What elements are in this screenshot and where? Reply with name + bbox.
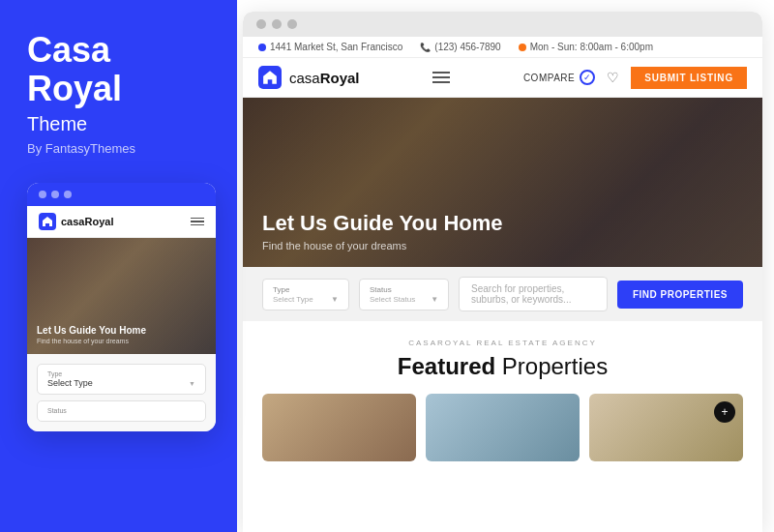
featured-cards: + bbox=[262, 394, 743, 461]
mobile-hamburger-icon[interactable] bbox=[191, 218, 204, 226]
mobile-type-select[interactable]: Type Select Type ▼ bbox=[37, 364, 206, 395]
featured-card-2[interactable] bbox=[426, 394, 580, 461]
featured-card-badge: + bbox=[714, 401, 735, 423]
site-hero: Let Us Guide You Home Find the house of … bbox=[243, 98, 762, 267]
featured-section: CASAROYAL REAL ESTATE AGENCY Featured Pr… bbox=[243, 321, 762, 532]
hero-title: Let Us Guide You Home bbox=[262, 211, 743, 236]
featured-agency-label: CASAROYAL REAL ESTATE AGENCY bbox=[262, 339, 743, 347]
compare-check-icon: ✓ bbox=[580, 70, 595, 85]
type-select[interactable]: Type Select Type ▼ bbox=[262, 279, 349, 310]
mobile-hero-sub: Find the house of your dreams bbox=[37, 338, 206, 344]
search-bar: Type Select Type ▼ Status Select Status … bbox=[243, 267, 762, 321]
left-panel: Casa Royal Theme By FantasyThemes casaRo… bbox=[0, 0, 237, 532]
mobile-type-label: Type bbox=[47, 370, 195, 377]
nav-compare[interactable]: COMPARE ✓ bbox=[523, 70, 595, 85]
status-select-label: Status bbox=[370, 285, 438, 294]
mobile-type-value: Select Type ▼ bbox=[47, 378, 195, 388]
site-topbar: 1441 Market St, San Francisco 📞 (123) 45… bbox=[243, 37, 762, 58]
phone-icon: 📞 bbox=[420, 43, 431, 52]
status-select-value: Select Status ▼ bbox=[370, 295, 438, 304]
search-input-placeholder: Search for properties, suburbs, or keywo… bbox=[471, 283, 595, 305]
mobile-logo-text: casaRoyal bbox=[61, 216, 113, 227]
submit-listing-button[interactable]: SUBMIT LISTING bbox=[631, 67, 747, 89]
clock-icon bbox=[519, 44, 526, 51]
site-navbar: casaRoyal COMPARE ✓ ♡ SUBMIT LISTING bbox=[243, 58, 762, 98]
nav-logo: casaRoyal bbox=[258, 66, 360, 89]
topbar-hours: Mon - Sun: 8:00am - 6:00pm bbox=[519, 42, 653, 52]
type-select-value: Select Type ▼ bbox=[273, 295, 339, 304]
featured-card-3[interactable]: + bbox=[589, 394, 743, 461]
mobile-hero: Let Us Guide You Home Find the house of … bbox=[27, 238, 216, 354]
nav-logo-icon bbox=[258, 66, 282, 89]
mobile-status-label: Status bbox=[47, 407, 195, 414]
right-panel: 1441 Market St, San Francisco 📞 (123) 45… bbox=[237, 0, 774, 532]
browser-titlebar bbox=[243, 12, 762, 37]
browser-content: 1441 Market St, San Francisco 📞 (123) 45… bbox=[243, 37, 762, 532]
favorites-heart-icon[interactable]: ♡ bbox=[607, 70, 619, 85]
find-properties-button[interactable]: FIND PROPERTIES bbox=[617, 281, 743, 309]
mobile-search-area: Type Select Type ▼ Status bbox=[27, 354, 216, 431]
hero-subtitle: Find the house of your dreams bbox=[262, 240, 743, 251]
brand-by: By FantasyThemes bbox=[27, 141, 210, 156]
nav-hamburger-icon[interactable] bbox=[429, 72, 454, 83]
mobile-dot-2 bbox=[51, 191, 59, 198]
mobile-logo-icon bbox=[39, 213, 56, 230]
browser-dot-1 bbox=[256, 19, 266, 29]
desktop-mockup: 1441 Market St, San Francisco 📞 (123) 45… bbox=[243, 12, 762, 532]
mobile-dot-3 bbox=[64, 191, 72, 198]
mobile-hero-title: Let Us Guide You Home bbox=[37, 324, 206, 337]
topbar-address: 1441 Market St, San Francisco bbox=[258, 42, 402, 52]
location-icon bbox=[258, 44, 266, 51]
mobile-mockup: casaRoyal Let Us Guide You Home Find the… bbox=[27, 183, 216, 431]
mobile-logo: casaRoyal bbox=[39, 213, 113, 230]
status-select[interactable]: Status Select Status ▼ bbox=[359, 279, 449, 310]
nav-logo-text: casaRoyal bbox=[289, 70, 360, 86]
browser-dot-3 bbox=[287, 19, 297, 29]
search-input-wrap[interactable]: Search for properties, suburbs, or keywo… bbox=[459, 277, 608, 311]
type-select-label: Type bbox=[273, 285, 339, 294]
brand-title: Casa Royal bbox=[27, 31, 210, 107]
mobile-dot-1 bbox=[39, 191, 46, 198]
featured-card-1[interactable] bbox=[262, 394, 416, 461]
topbar-phone: 📞 (123) 456-7890 bbox=[420, 42, 500, 52]
brand-subtitle: Theme bbox=[27, 113, 210, 135]
nav-right: COMPARE ✓ ♡ SUBMIT LISTING bbox=[523, 67, 747, 89]
mobile-titlebar bbox=[27, 183, 216, 206]
mobile-status-select[interactable]: Status bbox=[37, 400, 206, 422]
browser-dot-2 bbox=[272, 19, 282, 29]
featured-title: Featured Properties bbox=[262, 353, 743, 380]
mobile-navbar: casaRoyal bbox=[27, 206, 216, 238]
